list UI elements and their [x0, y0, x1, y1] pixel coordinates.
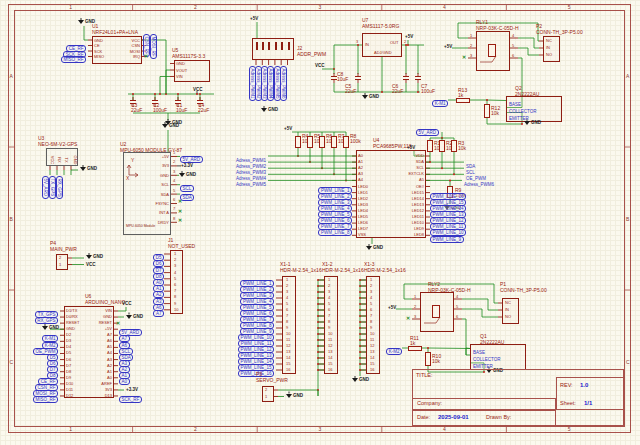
capacitor-c6[interactable] [403, 76, 409, 77]
pin-name: A1 [82, 370, 112, 374]
capacitor-c7[interactable] [415, 76, 421, 77]
ruler-col-top: 4 [443, 5, 446, 10]
pin-name: D13 [82, 394, 112, 398]
pin-name: A2 [82, 364, 112, 368]
pin-name: RESET [66, 321, 79, 325]
gnd-symbol [80, 167, 86, 171]
gnd-symbol [162, 124, 168, 128]
pin-number: 15 [328, 362, 332, 366]
capacitor-value: 22uF [345, 89, 356, 94]
p1-value: CONN-TH_3P-P5.00 [500, 288, 547, 293]
p5v-flag: +5V [407, 145, 415, 150]
net-label-5V_ARD[interactable]: 5V_ARD [180, 156, 203, 163]
net-label-Adress_PWM6[interactable]: Adress_PWM6 [464, 182, 494, 187]
ruler-col-top: 5 [568, 5, 571, 10]
pin-name: CE [94, 44, 100, 48]
net-label-MOSI_RF[interactable]: MOSI_RF [150, 34, 160, 59]
resistor-r5[interactable] [307, 136, 313, 148]
gnd-symbol [78, 20, 84, 24]
capacitor-c5[interactable] [355, 76, 361, 77]
pin-name: SDA [394, 160, 424, 164]
pin-number: 14 [328, 356, 332, 360]
gnd-symbol [179, 173, 185, 177]
net-label-K-M2[interactable]: K-M2 [350, 345, 402, 355]
capacitor-c2[interactable] [152, 100, 158, 101]
net-label-RX_GPS[interactable]: RX_GPS [6, 314, 58, 324]
no-connect-icon: ✕ [178, 209, 182, 214]
no-connect-icon: ✕ [116, 321, 120, 326]
net-label-A7[interactable]: A7 [153, 310, 164, 317]
net-label-RX_GPS[interactable]: RX_GPS [56, 176, 66, 199]
capacitor-c1[interactable] [175, 100, 181, 101]
net-label-SCK_RF[interactable]: SCK_RF [119, 393, 142, 403]
net-label-5V_ARD[interactable]: 5V_ARD [42, 176, 49, 199]
resistor-r1[interactable] [427, 140, 433, 152]
pin-number: 10 [286, 332, 290, 336]
pin-name: SDA [139, 193, 169, 197]
ic-p3[interactable] [262, 386, 274, 402]
net-label-RX_GPS[interactable]: RX_GPS [56, 176, 63, 199]
resistor-r12[interactable] [484, 104, 490, 118]
net-label-PWM_LINE_16[interactable]: PWM_LINE_16 [222, 367, 274, 377]
resistor-r11[interactable] [408, 346, 422, 351]
net-label-A0[interactable]: A0 [119, 375, 130, 385]
capacitor-c3[interactable] [130, 100, 136, 101]
resistor-r3[interactable] [451, 140, 457, 152]
net-label-K-M1[interactable]: K-M1 [396, 97, 448, 107]
net-label-MOSI_RF[interactable]: MOSI_RF [150, 34, 157, 59]
net-label-K-M1[interactable]: K-M1 [432, 100, 448, 107]
capacitor-value: 10uF [337, 77, 348, 82]
net-label-PWM_LINE_9[interactable]: PWM_LINE_9 [430, 233, 464, 243]
pin-number: 8 [286, 320, 288, 324]
pin-number: 8 [328, 320, 330, 324]
pin-name: DRDY [139, 221, 169, 225]
pin-number: 6 [370, 308, 372, 312]
ic-p4[interactable] [56, 254, 68, 270]
net-label-5V_ARD[interactable]: 5V_ARD [416, 126, 439, 136]
resistor-r4[interactable] [295, 136, 301, 148]
pin-name: OUT [390, 41, 398, 45]
pin-number: 7 [173, 207, 175, 211]
net-label-Adress_PWM6[interactable]: Adress_PWM6 [280, 66, 287, 101]
capacitor-c4[interactable] [197, 100, 203, 101]
net-label-5V_ARD[interactable]: 5V_ARD [180, 153, 203, 163]
net-label-5V_ARD[interactable]: 5V_ARD [416, 129, 439, 136]
gnd-symbol [366, 246, 372, 250]
schematic-canvas[interactable]: 1122334455AABBCCU1NRF24L01+PA+LNAGNDCESC… [0, 0, 640, 445]
net-label-MISO_RF[interactable]: MISO_RF [6, 393, 58, 403]
pin-name: LED8 [394, 233, 424, 237]
net-label-Adress_PWM5[interactable]: Adress_PWM5 [214, 178, 266, 187]
rev-value: 1.0 [580, 382, 588, 388]
no-connect-icon: ✕ [178, 218, 182, 223]
net-label-Adress_PWM6[interactable]: Adress_PWM6 [464, 178, 494, 187]
net-label-PWM_LINE_9[interactable]: PWM_LINE_9 [430, 236, 464, 243]
resistor-r10[interactable] [425, 352, 431, 366]
pin-number: 15 [286, 362, 290, 366]
net-label-PWM_LINE_8[interactable]: PWM_LINE_8 [318, 229, 352, 236]
gnd-label: GND [93, 254, 103, 259]
net-label-A0[interactable]: A0 [119, 378, 130, 385]
resistor-r7[interactable] [331, 136, 337, 148]
pin-number: 8 [370, 320, 372, 324]
net-label-Adress_PWM6[interactable]: Adress_PWM6 [280, 66, 290, 101]
pin-name: LED3 [358, 203, 368, 207]
net-label-MISO_RF[interactable]: MISO_RF [61, 56, 86, 63]
net-label-TX_GPS[interactable]: TX_GPS [49, 176, 56, 199]
ic-j1[interactable] [170, 250, 183, 314]
net-label-RX_GPS[interactable]: RX_GPS [35, 317, 58, 324]
net-label-Adress_PWM5[interactable]: Adress_PWM5 [236, 182, 266, 187]
net-label-PWM_LINE_8[interactable]: PWM_LINE_8 [300, 226, 352, 236]
net-label-MISO_RF[interactable]: MISO_RF [33, 396, 58, 403]
pin-name: LED0 [358, 185, 368, 189]
p4-value: MAIN_PWR [50, 247, 77, 252]
net-label-MISO_RF[interactable]: MISO_RF [34, 53, 86, 63]
net-label-SCK_RF[interactable]: SCK_RF [119, 396, 142, 403]
pin-name: +5V [139, 155, 169, 159]
resistor-r8[interactable] [343, 136, 349, 148]
pin-name: D5 [66, 351, 71, 355]
resistor-r13[interactable] [456, 98, 470, 103]
resistor-r2[interactable] [439, 140, 445, 152]
pin-number: 2 [173, 160, 175, 164]
resistor-r6[interactable] [319, 136, 325, 148]
net-label-K-M2[interactable]: K-M2 [386, 348, 402, 355]
